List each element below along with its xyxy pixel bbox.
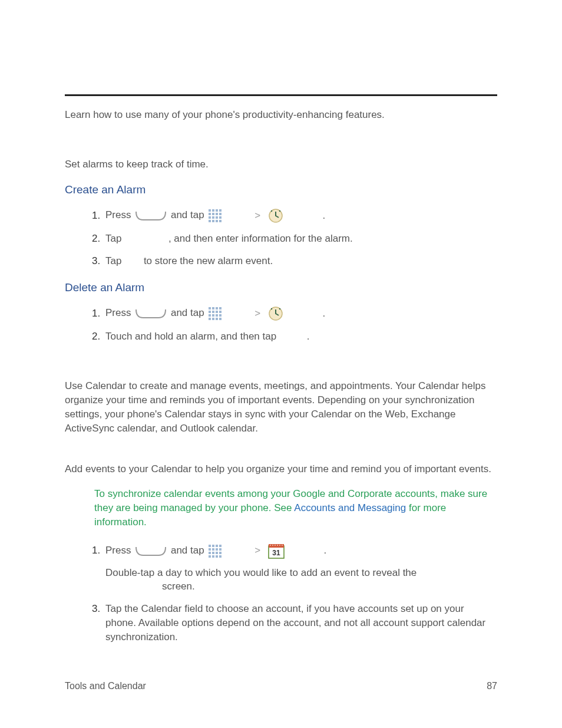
svg-rect-30 <box>209 314 211 317</box>
calendar-app-icon: 31 <box>268 543 285 559</box>
clock-app-icon <box>268 306 283 321</box>
home-button-icon <box>135 210 167 221</box>
svg-rect-23 <box>212 307 214 309</box>
apps-grid-icon <box>208 544 222 558</box>
svg-rect-33 <box>219 314 222 317</box>
svg-point-43 <box>279 308 280 309</box>
svg-text:31: 31 <box>272 549 280 557</box>
step-text: and tap <box>171 210 204 221</box>
svg-rect-22 <box>209 307 211 309</box>
clock-desc: Set alarms to keep track of time. <box>65 157 497 172</box>
svg-rect-7 <box>219 213 222 215</box>
svg-point-20 <box>271 210 272 212</box>
svg-rect-52 <box>209 552 211 554</box>
svg-rect-13 <box>212 220 214 222</box>
sub-step: Double-tap a day to which you would like… <box>105 566 497 594</box>
svg-rect-24 <box>216 307 218 309</box>
step-text: Press <box>105 210 131 221</box>
svg-rect-59 <box>219 555 222 558</box>
svg-rect-54 <box>216 552 218 554</box>
svg-rect-26 <box>209 311 211 313</box>
create-alarm-heading: Create an Alarm <box>65 182 497 198</box>
svg-rect-12 <box>209 220 211 222</box>
document-page: Learn how to use many of your phone's pr… <box>0 0 562 728</box>
svg-rect-48 <box>209 548 211 551</box>
step-text: Tap <box>105 233 121 244</box>
svg-rect-8 <box>209 216 211 219</box>
footer-section: Tools and Calendar <box>65 680 146 693</box>
svg-rect-4 <box>209 213 211 215</box>
svg-rect-10 <box>216 216 218 219</box>
svg-rect-53 <box>212 552 214 554</box>
step-text: Touch and hold an alarm, and then tap <box>105 331 276 342</box>
svg-rect-45 <box>212 545 214 547</box>
intro-text: Learn how to use many of your phone's pr… <box>65 108 497 122</box>
breadcrumb-separator: > <box>254 545 260 556</box>
svg-rect-51 <box>219 548 222 551</box>
svg-rect-2 <box>216 209 218 212</box>
svg-rect-50 <box>216 548 218 551</box>
svg-rect-47 <box>219 545 222 547</box>
svg-rect-25 <box>219 307 222 309</box>
svg-rect-6 <box>216 213 218 215</box>
period: . <box>323 210 326 221</box>
apps-grid-icon <box>208 209 222 223</box>
svg-rect-34 <box>209 318 211 320</box>
footer-page-number: 87 <box>487 680 497 693</box>
delete-alarm-steps: Press and tap > <box>65 306 497 344</box>
svg-rect-56 <box>209 555 211 558</box>
svg-rect-35 <box>212 318 214 320</box>
svg-rect-61 <box>269 544 284 548</box>
delete-alarm-heading: Delete an Alarm <box>65 280 497 296</box>
step-item: Tap , and then enter information for the… <box>103 232 497 246</box>
step-text: Tap the Calendar field to choose an acco… <box>105 603 485 643</box>
svg-point-42 <box>271 308 272 309</box>
note-link[interactable]: Accounts and Messaging <box>294 502 406 513</box>
svg-rect-27 <box>212 311 214 313</box>
svg-rect-9 <box>212 216 214 219</box>
step-text: . <box>307 331 310 342</box>
svg-rect-49 <box>212 548 214 551</box>
step-item: Tap to store the new alarm event. <box>103 254 497 268</box>
step-text: Press <box>105 308 131 319</box>
svg-rect-36 <box>216 318 218 320</box>
step-text: Double-tap a day to which you would like… <box>105 567 416 578</box>
horizontal-rule <box>65 94 497 96</box>
step-text: , and then enter information for the ala… <box>168 233 353 244</box>
svg-rect-5 <box>212 213 214 215</box>
period: . <box>323 308 326 319</box>
step-text: Tap <box>105 255 121 266</box>
home-button-icon <box>135 308 167 319</box>
create-alarm-steps: Press and tap > <box>65 208 497 268</box>
add-event-steps: Press and tap > <box>65 543 497 644</box>
svg-rect-15 <box>219 220 222 222</box>
step-item: Press and tap > <box>103 306 497 321</box>
sync-note: To synchronize calendar events among you… <box>65 487 497 529</box>
svg-rect-46 <box>216 545 218 547</box>
step-item: Press and tap > <box>103 208 497 223</box>
step-item: Press and tap > <box>103 543 497 594</box>
svg-rect-55 <box>219 552 222 554</box>
svg-rect-0 <box>209 209 211 212</box>
svg-rect-58 <box>216 555 218 558</box>
svg-rect-28 <box>216 311 218 313</box>
step-item: Touch and hold an alarm, and then tap . <box>103 330 497 344</box>
svg-rect-44 <box>209 545 211 547</box>
svg-rect-37 <box>219 318 222 320</box>
step-text: Press <box>105 545 131 556</box>
step-item: Tap the Calendar field to choose an acco… <box>103 602 497 644</box>
svg-point-21 <box>279 210 280 212</box>
calendar-desc: Use Calendar to create and manage events… <box>65 379 497 435</box>
breadcrumb-separator: > <box>254 210 260 221</box>
svg-rect-11 <box>219 216 222 219</box>
step-text: screen. <box>162 581 195 592</box>
svg-rect-14 <box>216 220 218 222</box>
step-text: . <box>324 545 327 556</box>
svg-rect-32 <box>216 314 218 317</box>
svg-rect-57 <box>212 555 214 558</box>
step-text: and tap <box>171 308 204 319</box>
add-event-desc: Add events to your Calendar to help you … <box>65 462 497 476</box>
apps-grid-icon <box>208 307 222 321</box>
home-button-icon <box>135 546 167 556</box>
breadcrumb-separator: > <box>254 308 260 319</box>
